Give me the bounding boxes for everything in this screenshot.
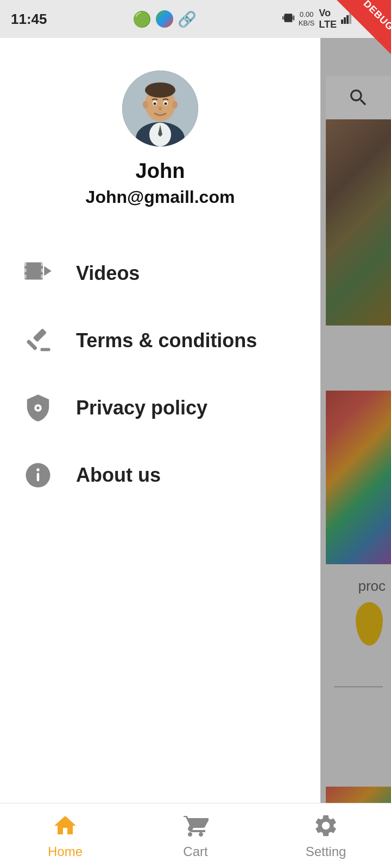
debug-label: DEBUG [361, 0, 391, 33]
svg-rect-3 [349, 13, 351, 24]
lte-icon: VoLTE [319, 8, 337, 30]
app-icon-2 [156, 10, 173, 28]
settings-icon [313, 813, 339, 841]
app-icon-3: 🔗 [178, 10, 197, 28]
nav-item-home[interactable]: Home [0, 807, 130, 865]
status-icons: 🟢 🔗 [133, 10, 197, 28]
vibrate-icon [282, 12, 294, 27]
svg-rect-28 [26, 340, 37, 351]
profile-section: John John@gmaill.com [0, 38, 320, 229]
nav-label-home: Home [48, 844, 83, 859]
svg-point-15 [165, 103, 167, 105]
navigation-drawer: John John@gmaill.com [0, 38, 320, 825]
shield-icon [22, 392, 54, 424]
svg-point-10 [143, 101, 148, 108]
profile-name: John [136, 159, 185, 183]
menu-label-about: About us [76, 464, 161, 487]
svg-point-16 [159, 106, 162, 111]
menu-item-about[interactable]: About us [0, 442, 320, 509]
status-bar: 11:45 🟢 🔗 0.00 KB/S VoLTE 77% [0, 0, 391, 38]
svg-rect-23 [41, 263, 43, 266]
svg-rect-19 [24, 263, 43, 280]
menu-item-privacy[interactable]: Privacy policy [0, 374, 320, 442]
nav-label-setting: Setting [306, 844, 346, 859]
info-icon [22, 459, 54, 492]
video-icon [22, 257, 54, 290]
svg-rect-24 [41, 269, 43, 272]
svg-rect-27 [33, 328, 47, 342]
svg-point-17 [153, 112, 168, 118]
svg-marker-26 [44, 266, 52, 276]
svg-point-11 [172, 101, 178, 108]
home-icon [52, 813, 78, 841]
svg-rect-1 [344, 17, 346, 24]
svg-rect-33 [37, 473, 40, 482]
bottom-nav: Home Cart Setting [0, 803, 391, 868]
nav-item-setting[interactable]: Setting [261, 807, 391, 865]
svg-rect-29 [41, 348, 51, 352]
data-speed: 0.00 KB/S [299, 10, 315, 27]
gavel-icon [22, 324, 54, 357]
svg-rect-20 [24, 263, 26, 266]
svg-rect-21 [24, 269, 26, 272]
svg-point-31 [36, 406, 39, 409]
nav-item-cart[interactable]: Cart [130, 807, 261, 865]
svg-point-9 [145, 82, 175, 98]
app-icon-1: 🟢 [133, 10, 152, 28]
profile-email: John@gmaill.com [86, 187, 235, 207]
svg-rect-0 [341, 20, 343, 24]
svg-rect-25 [41, 275, 43, 278]
svg-point-14 [154, 103, 156, 105]
menu-item-terms[interactable]: Terms & conditions [0, 307, 320, 374]
svg-point-34 [36, 468, 39, 471]
menu-label-privacy: Privacy policy [76, 397, 207, 419]
svg-rect-22 [24, 275, 26, 278]
menu-list: Videos Terms & conditions [0, 229, 320, 825]
cart-icon [182, 813, 209, 841]
menu-label-videos: Videos [76, 262, 140, 285]
status-time: 11:45 [11, 11, 47, 28]
svg-rect-2 [346, 15, 349, 24]
avatar [122, 71, 198, 146]
menu-label-terms: Terms & conditions [76, 329, 257, 352]
menu-item-videos[interactable]: Videos [0, 240, 320, 307]
nav-label-cart: Cart [183, 844, 207, 859]
